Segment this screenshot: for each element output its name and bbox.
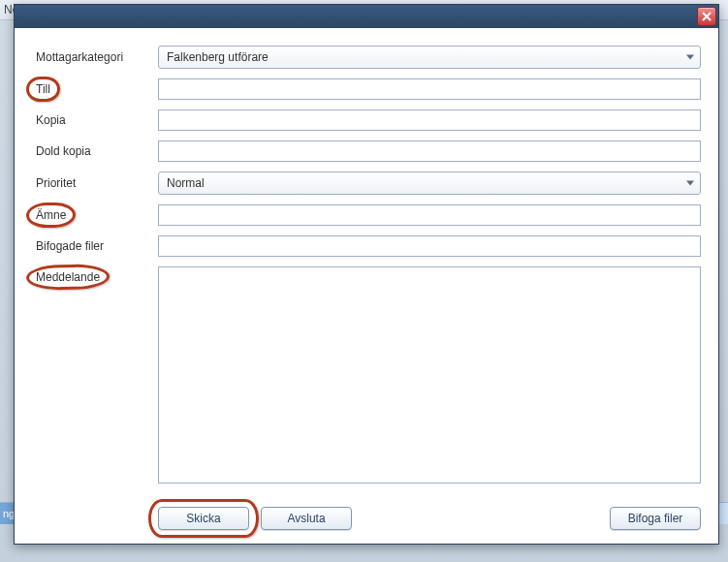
cancel-button[interactable]: Avsluta <box>261 507 352 530</box>
row-cc: Kopia <box>32 109 701 131</box>
label-subject: Ämne <box>32 206 158 224</box>
row-priority: Prioritet Normal <box>32 172 701 195</box>
priority-select-value: Normal <box>167 176 205 190</box>
label-category: Mottagarkategori <box>32 48 158 66</box>
label-attachments: Bifogade filer <box>32 237 158 255</box>
row-to: Till <box>32 78 701 100</box>
row-attachments: Bifogade filer <box>32 235 701 257</box>
label-cc: Kopia <box>32 111 158 129</box>
label-message-text: Meddelande <box>32 268 104 286</box>
button-bar: Skicka Avsluta Bifoga filer <box>32 507 701 530</box>
close-icon <box>702 12 712 21</box>
label-cc-text: Kopia <box>32 111 70 129</box>
category-select[interactable]: Falkenberg utförare <box>158 46 701 69</box>
send-button[interactable]: Skicka <box>158 507 249 530</box>
label-category-text: Mottagarkategori <box>32 48 127 66</box>
label-to: Till <box>32 80 158 98</box>
compose-dialog: Mottagarkategori Falkenberg utförare Til… <box>14 4 719 545</box>
label-priority-text: Prioritet <box>32 174 79 192</box>
row-subject: Ämne <box>32 204 701 226</box>
priority-select[interactable]: Normal <box>158 172 701 195</box>
label-subject-text: Ämne <box>32 206 70 224</box>
cancel-button-label: Avsluta <box>287 512 325 525</box>
label-priority: Prioritet <box>32 174 158 192</box>
bcc-input[interactable] <box>158 140 701 162</box>
row-category: Mottagarkategori Falkenberg utförare <box>32 46 701 69</box>
dialog-body: Mottagarkategori Falkenberg utförare Til… <box>15 28 718 503</box>
row-message: Meddelande <box>32 266 701 484</box>
label-message: Meddelande <box>32 266 158 286</box>
close-button[interactable] <box>697 7 716 26</box>
attach-button[interactable]: Bifoga filer <box>610 507 701 530</box>
label-attachments-text: Bifogade filer <box>32 237 108 255</box>
label-bcc: Dold kopia <box>32 142 158 160</box>
label-bcc-text: Dold kopia <box>32 142 95 160</box>
to-input[interactable] <box>158 78 701 100</box>
label-to-text: Till <box>32 80 54 98</box>
chevron-down-icon <box>686 181 694 186</box>
row-bcc: Dold kopia <box>32 140 701 162</box>
chevron-down-icon <box>686 55 694 60</box>
attachments-input[interactable] <box>158 235 701 257</box>
send-button-wrap: Skicka <box>158 507 249 530</box>
message-textarea[interactable] <box>158 266 701 484</box>
dialog-titlebar <box>15 5 718 28</box>
send-button-label: Skicka <box>186 512 220 525</box>
attach-button-label: Bifoga filer <box>628 512 683 525</box>
subject-input[interactable] <box>158 204 701 226</box>
cc-input[interactable] <box>158 109 701 131</box>
category-select-value: Falkenberg utförare <box>167 50 269 64</box>
